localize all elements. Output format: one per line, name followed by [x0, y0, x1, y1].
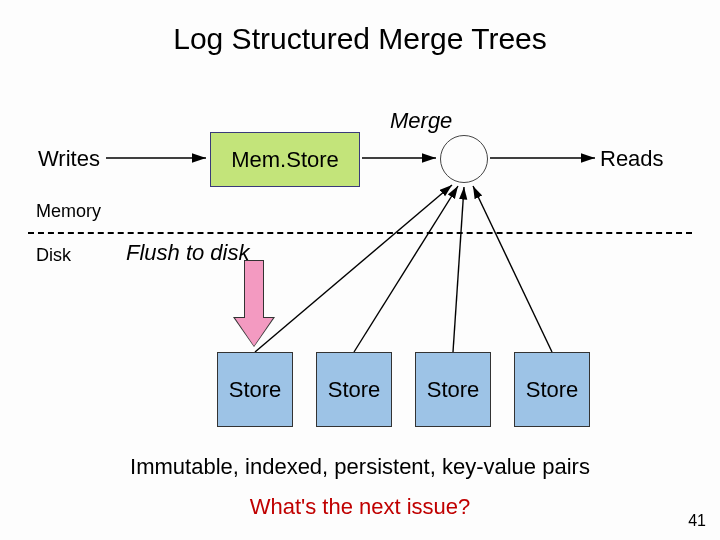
store-box: Store: [316, 352, 392, 427]
store-label: Store: [328, 377, 381, 403]
store-box: Store: [217, 352, 293, 427]
svg-line-5: [453, 187, 464, 352]
svg-line-6: [473, 186, 552, 352]
caption-text: Immutable, indexed, persistent, key-valu…: [0, 454, 720, 480]
page-title: Log Structured Merge Trees: [0, 22, 720, 56]
flush-arrow-icon: [239, 260, 269, 350]
flush-label: Flush to disk: [126, 240, 250, 266]
store-label: Store: [526, 377, 579, 403]
memstore-box: Mem.Store: [210, 132, 360, 187]
reads-label: Reads: [600, 146, 664, 172]
merge-label: Merge: [390, 108, 452, 134]
page-number: 41: [688, 512, 706, 530]
store-label: Store: [427, 377, 480, 403]
memory-disk-divider: [28, 232, 692, 234]
merge-node: [440, 135, 488, 183]
store-box: Store: [415, 352, 491, 427]
store-box: Store: [514, 352, 590, 427]
svg-line-4: [354, 186, 458, 352]
svg-line-3: [255, 185, 452, 352]
memstore-label: Mem.Store: [231, 147, 339, 173]
memory-region-label: Memory: [36, 201, 101, 222]
writes-label: Writes: [38, 146, 100, 172]
disk-region-label: Disk: [36, 245, 71, 266]
store-label: Store: [229, 377, 282, 403]
question-text: What's the next issue?: [0, 494, 720, 520]
